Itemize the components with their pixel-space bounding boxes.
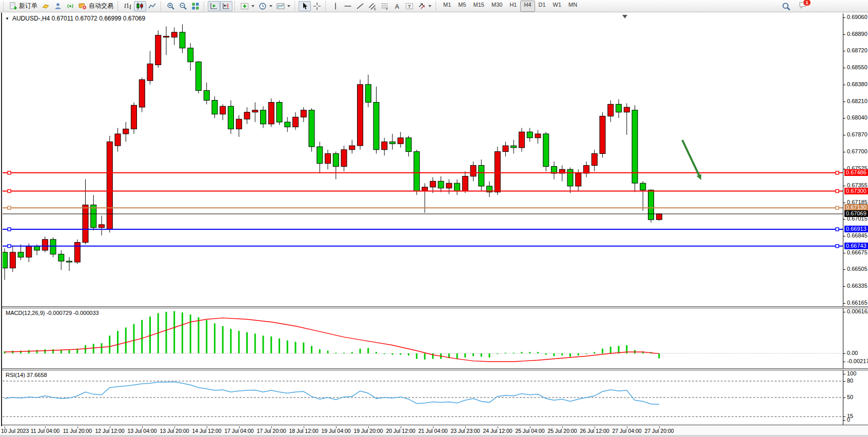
equidistant-channel-button[interactable]: E bbox=[366, 1, 379, 11]
shift-marker-icon[interactable] bbox=[622, 15, 627, 18]
new-order-label: 新订单 bbox=[19, 2, 37, 10]
line-endpoint-marker[interactable] bbox=[8, 245, 11, 248]
line-endpoint-marker[interactable] bbox=[8, 206, 11, 209]
timeframe-m30[interactable]: M30 bbox=[488, 1, 506, 12]
templates-button[interactable] bbox=[274, 1, 292, 11]
candle-body bbox=[358, 85, 363, 146]
rsi-panel-canvas[interactable] bbox=[3, 370, 843, 425]
bar-chart-button[interactable] bbox=[122, 1, 134, 11]
toolbar-grip[interactable] bbox=[234, 2, 236, 11]
zoom-in-button[interactable] bbox=[165, 1, 177, 11]
timeframe-h1[interactable]: H1 bbox=[506, 1, 520, 12]
toolbar-grip[interactable] bbox=[325, 2, 327, 11]
toolbar-grip[interactable] bbox=[3, 2, 5, 11]
toolbar-grip[interactable] bbox=[117, 2, 120, 11]
line-endpoint-marker[interactable] bbox=[8, 190, 11, 193]
arrow-object[interactable] bbox=[682, 140, 699, 175]
arrows-button[interactable] bbox=[416, 1, 433, 11]
candle-body bbox=[99, 225, 105, 228]
line-endpoint-marker[interactable] bbox=[8, 228, 11, 231]
indicators-button[interactable] bbox=[239, 1, 257, 11]
auto-trading-button[interactable]: 自动交易 bbox=[76, 1, 115, 11]
price-tick-label: 0.66165 bbox=[847, 300, 867, 306]
timeframe-w1[interactable]: W1 bbox=[549, 1, 565, 12]
candle-body bbox=[188, 48, 193, 62]
chat-button[interactable]: 1 bbox=[799, 1, 807, 11]
macd-panel-canvas[interactable] bbox=[3, 308, 843, 368]
price-tick-label: 0.68210 bbox=[847, 98, 867, 104]
candle-body bbox=[519, 132, 525, 148]
timeframe-h4[interactable]: H4 bbox=[520, 1, 535, 12]
candle-body bbox=[591, 154, 597, 166]
text-button[interactable]: A bbox=[391, 1, 403, 11]
time-tick-label: 24 Jul 12:00 bbox=[483, 428, 512, 434]
zoom-out-button[interactable] bbox=[177, 1, 189, 11]
time-tick-label: 26 Jul 12:00 bbox=[580, 428, 609, 434]
symbol-ohlc-line: AUDUSD-,H4 0.67011 0.67072 0.66999 0.670… bbox=[12, 15, 145, 22]
candle-body bbox=[196, 62, 202, 91]
time-tick-label: 17 Jul 20:00 bbox=[257, 428, 286, 434]
trendline-button[interactable] bbox=[354, 1, 366, 11]
line-endpoint-marker[interactable] bbox=[836, 190, 839, 193]
toolbar-grip[interactable] bbox=[294, 2, 297, 11]
candle-body bbox=[656, 214, 662, 220]
candlestick-chart-button[interactable] bbox=[134, 1, 146, 11]
periods-button[interactable] bbox=[257, 1, 274, 11]
candle-body bbox=[10, 252, 15, 268]
profile-button[interactable] bbox=[52, 1, 64, 11]
price-tickmark bbox=[843, 203, 845, 203]
toolbar-grip[interactable] bbox=[436, 2, 438, 11]
signal-button[interactable] bbox=[64, 1, 76, 11]
candle-body bbox=[212, 101, 218, 114]
fibonacci-button[interactable]: F bbox=[379, 1, 391, 11]
symbol-dropdown-icon[interactable]: ▼ bbox=[5, 16, 9, 21]
price-chart-canvas[interactable] bbox=[3, 13, 843, 306]
time-tick-label: 19 Jul 04:00 bbox=[321, 428, 350, 434]
styles-button[interactable] bbox=[40, 1, 52, 11]
price-axis[interactable]: 0.690600.688900.687200.685500.683800.682… bbox=[843, 13, 868, 306]
candle-body bbox=[349, 146, 355, 150]
candle-body bbox=[277, 103, 282, 123]
line-endpoint-marker[interactable] bbox=[8, 171, 11, 174]
timeframe-m5[interactable]: M5 bbox=[455, 1, 469, 12]
time-axis[interactable]: 10 Jul 202311 Jul 04:0011 Jul 20:0012 Ju… bbox=[0, 426, 868, 435]
timeframe-mn[interactable]: MN bbox=[565, 1, 581, 12]
timeframe-m15[interactable]: M15 bbox=[470, 1, 488, 12]
line-endpoint-marker[interactable] bbox=[836, 245, 839, 248]
candle-body bbox=[171, 32, 177, 37]
timeframe-d1[interactable]: D1 bbox=[535, 1, 549, 12]
styles-icon bbox=[42, 2, 50, 10]
line-chart-button[interactable] bbox=[146, 1, 159, 11]
rsi-axis[interactable]: 1008050150 bbox=[843, 370, 868, 425]
crosshair-button[interactable] bbox=[311, 1, 323, 11]
horizontal-line-button[interactable] bbox=[342, 1, 354, 11]
search-icon[interactable] bbox=[782, 2, 791, 11]
chart-shift-button[interactable] bbox=[220, 1, 232, 11]
candle-body bbox=[244, 112, 250, 120]
candle-body bbox=[584, 166, 589, 173]
toolbar-grip[interactable] bbox=[161, 2, 163, 11]
candle-body bbox=[527, 132, 532, 138]
macd-tickmark bbox=[843, 353, 845, 354]
rsi-tickmark bbox=[843, 381, 845, 382]
macd-axis[interactable]: 0.0061620.00-0.002178 bbox=[843, 308, 868, 368]
line-endpoint-marker[interactable] bbox=[836, 206, 839, 209]
candle-body bbox=[301, 110, 306, 117]
arrows-icon bbox=[418, 2, 426, 10]
cursor-button[interactable] bbox=[299, 1, 311, 11]
vertical-line-button[interactable] bbox=[329, 1, 342, 11]
candle-body bbox=[535, 134, 541, 138]
toolbar-grip[interactable] bbox=[204, 2, 206, 11]
chat-badge: 1 bbox=[803, 0, 811, 6]
tile-windows-button[interactable] bbox=[189, 1, 202, 11]
line-endpoint-marker[interactable] bbox=[836, 228, 839, 231]
timeframe-m1[interactable]: M1 bbox=[440, 1, 455, 12]
line-endpoint-marker[interactable] bbox=[836, 171, 839, 174]
price-tickmark bbox=[843, 219, 845, 220]
new-order-button[interactable]: 新订单 bbox=[7, 1, 40, 11]
time-tick-label: 13 Jul 20:00 bbox=[160, 428, 189, 434]
cursor-icon bbox=[301, 2, 309, 10]
text-label-button[interactable]: T bbox=[403, 1, 416, 11]
auto-scroll-button[interactable] bbox=[208, 1, 220, 11]
candle-body bbox=[576, 173, 581, 186]
